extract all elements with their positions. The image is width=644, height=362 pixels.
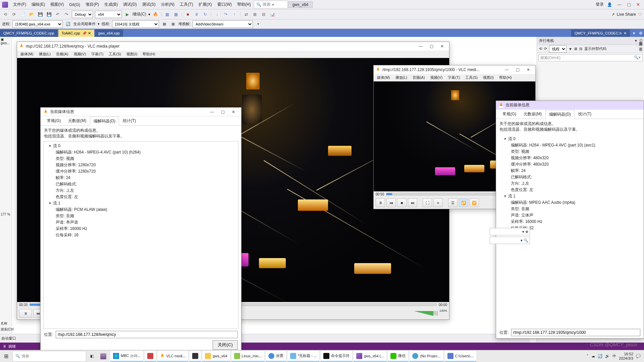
vlc1-titlebar[interactable]: rtsp://192.168.177.128/live/qmcy - VLC m… [17, 42, 449, 51]
minimize-button[interactable]: — [416, 44, 426, 49]
vlc-menu-playback[interactable]: 播放(L) [37, 51, 53, 57]
vlc-menu-view[interactable]: 视图(I) [481, 74, 496, 81]
platform-select[interactable]: x64 [95, 11, 122, 18]
tab-codec-h[interactable]: QMCY_FFMPEG_CODEC.h✕ [571, 29, 630, 37]
vlc-menu-subtitle[interactable]: 字幕(T) [446, 74, 462, 81]
vlc-menu-audio[interactable]: 音频(A) [411, 74, 427, 81]
restart-button[interactable]: ↻ [202, 11, 209, 18]
continue-label[interactable]: 继续(C) [132, 11, 146, 17]
rp-icon-2[interactable]: ⟳ [544, 47, 547, 51]
nav-back-icon[interactable]: ⟲ [2, 11, 9, 18]
tray-onedrive-icon[interactable]: ☁ [591, 354, 595, 358]
tb-noproj[interactable]: (No Projec... [410, 351, 443, 362]
shuffle-button[interactable]: 🔀 [470, 198, 479, 207]
tb-settings[interactable]: 设置 [266, 351, 286, 362]
close-button[interactable]: ✕ [228, 110, 238, 114]
lifecycle-icon[interactable]: 🔄 [65, 21, 71, 27]
tab-codec[interactable]: 编解码器(D) [545, 110, 575, 119]
menu-test[interactable]: 测试(S) [140, 1, 158, 8]
live-share[interactable]: Live Share [617, 12, 636, 17]
pause-button[interactable]: ⏸ [19, 309, 32, 318]
prev-button[interactable]: ⏮ [386, 198, 396, 207]
tb-wechat[interactable]: 微信 [388, 351, 408, 362]
tab-settings-icon[interactable]: ⚙ [637, 30, 644, 37]
vlc-menu-help[interactable]: 帮助(H) [141, 51, 157, 57]
menu-project[interactable]: 项目(P) [83, 1, 101, 8]
user-icon[interactable]: 👤 [607, 2, 612, 7]
tb-vlc[interactable]: VLC medi... [157, 351, 188, 362]
vlc-menu-subtitle[interactable]: 字幕(T) [89, 51, 105, 57]
hot-reload-icon[interactable]: 🔥 [152, 11, 159, 18]
redo-icon[interactable]: ↷ [63, 11, 70, 18]
vlc-menu-help[interactable]: 帮助(H) [497, 74, 514, 81]
tb-notepadpp[interactable]: Linux_min... [231, 351, 264, 362]
config-select[interactable]: Debug [72, 11, 93, 18]
ext-settings-button[interactable]: ≡ [433, 198, 443, 207]
tb2-icon-3[interactable]: ▾ [255, 21, 262, 27]
vlc-menu-video[interactable]: 视频(V) [428, 74, 445, 81]
step-into-icon[interactable]: ↓ [214, 11, 220, 18]
close-button[interactable]: ✕ [437, 44, 447, 49]
close-button[interactable]: ✕ [634, 2, 642, 7]
vlc-menu-tools[interactable]: 工具(S) [107, 51, 123, 57]
minimize-button[interactable]: — [207, 110, 217, 114]
menu-help[interactable]: 帮助(H) [235, 1, 253, 8]
menu-edit[interactable]: 编辑(E) [29, 1, 47, 8]
nav-fwd-icon[interactable]: ⟳ [11, 11, 17, 18]
maximize-button[interactable]: ▢ [513, 67, 523, 72]
system-tray[interactable]: ˄ ☁ 🔄 🔊 中 16:52 2024/3/3 💬 [587, 352, 643, 360]
open-icon[interactable]: 📂 [28, 11, 35, 18]
vlc-menu-media[interactable]: 媒体(M) [18, 51, 36, 57]
tb-cmd[interactable]: 命令提示符 [321, 351, 352, 362]
tb-icon-2[interactable]: ▦ [173, 11, 179, 18]
tb-explorer[interactable]: C:\Users\... [445, 351, 476, 362]
tab-codec[interactable]: 编解码器(D) [90, 117, 119, 126]
stop-button[interactable]: ■ [397, 198, 407, 207]
menu-ext[interactable]: 扩展(X) [196, 1, 214, 8]
tb-vs[interactable]: gws_x64 (... [354, 351, 386, 362]
tb2-icon-1[interactable]: ▦ [161, 21, 168, 27]
menu-file[interactable]: 文件(F) [11, 1, 29, 8]
volume-slider[interactable] [415, 311, 438, 316]
tb-folder[interactable]: gws_x64 [202, 351, 230, 362]
step-over-icon[interactable]: ↷ [222, 11, 229, 18]
menu-view[interactable]: 视图(V) [48, 1, 66, 8]
live-share-icon[interactable]: ↗ [611, 12, 615, 17]
autos-tab[interactable]: 自动窗口 [1, 336, 16, 341]
tb-notepad[interactable]: *无标题 - ... [287, 351, 319, 362]
task-view-button[interactable]: ◧ [88, 351, 96, 362]
tb-edge[interactable]: MBC 스마... [110, 351, 143, 362]
tb-misc-4[interactable]: 📊 [269, 11, 276, 18]
dropdown-1[interactable]: ▾ ⊕ [490, 228, 530, 235]
tray-chevron-icon[interactable]: ˄ [587, 354, 589, 358]
new-file-icon[interactable]: 📄 [19, 11, 26, 18]
tb-icon-1[interactable]: ▦ [164, 11, 171, 18]
location-input[interactable] [56, 331, 238, 338]
tb-misc-2[interactable]: ⊞ [252, 11, 258, 18]
tray-notifications-icon[interactable]: 💬 [636, 354, 641, 358]
vlc-menu-media[interactable]: 媒体(M) [375, 74, 392, 81]
tab-stats[interactable]: 统计(T) [575, 110, 595, 119]
pause-button[interactable]: ⏸ [193, 11, 200, 18]
tb-hippo-icon[interactable] [98, 351, 109, 362]
menu-git[interactable]: Git(G) [67, 1, 83, 8]
stop-button[interactable]: ■ [184, 11, 191, 18]
dlg1-titlebar[interactable]: 当前媒体信息 —▢✕ [41, 108, 241, 116]
dropdown-2[interactable]: ▾ 🔍 [490, 237, 530, 244]
tab-metadata[interactable]: 元数据(M) [520, 110, 545, 119]
tray-ime-icon[interactable]: 中 [612, 354, 616, 359]
tb-misc-1[interactable]: ⇄ [243, 11, 250, 18]
tray-volume-icon[interactable]: 🔊 [605, 354, 610, 358]
step-out-icon[interactable]: ↑ [231, 11, 238, 18]
save-all-icon[interactable]: 💾 [46, 11, 52, 18]
thread-select[interactable]: [16416] 主线程 [112, 20, 159, 28]
rp-search[interactable]: 搜索(Ctrl+E)🔍▾ [538, 54, 643, 61]
locals-search[interactable]: 搜索(Ctrl [0, 326, 15, 334]
vlc-menu-view[interactable]: 视图(I) [124, 51, 139, 57]
menu-tools[interactable]: 工具(T) [177, 1, 195, 8]
close-button[interactable]: 关闭(C) [213, 340, 238, 350]
maximize-button[interactable]: ▢ [218, 110, 228, 114]
tab-toaac[interactable]: ToAAC.cpp📌 ✕ [58, 29, 94, 37]
loop-button[interactable]: 🔁 [459, 198, 468, 207]
tab-metadata[interactable]: 元数据(M) [64, 116, 90, 125]
